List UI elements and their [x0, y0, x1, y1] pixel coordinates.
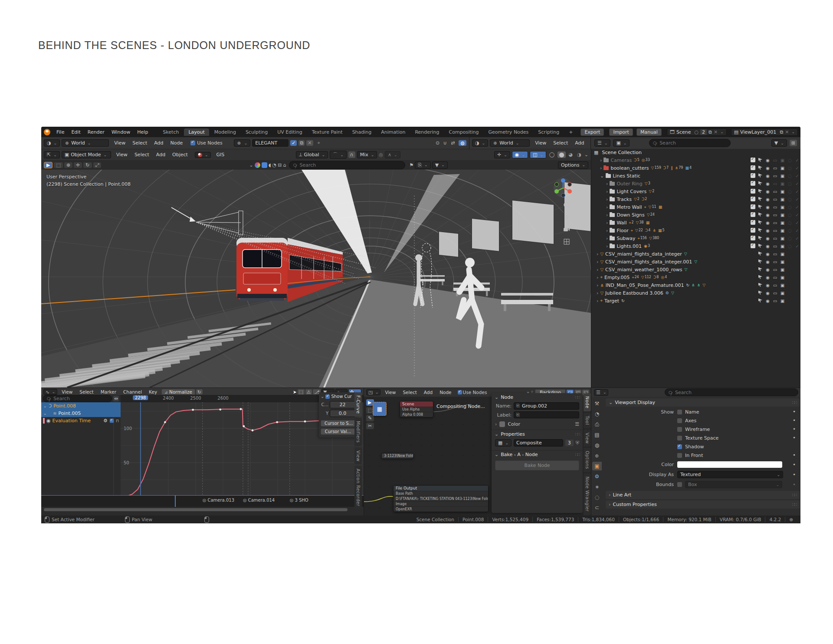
bake-panel-header[interactable]: Bake - A - Node [492, 450, 583, 459]
toggle-hide-render-icon[interactable]: ▣ [779, 158, 786, 163]
vp-icon-2[interactable]: ◔ [272, 162, 277, 168]
toggle-hide-viewport-icon[interactable]: ▭ [771, 174, 779, 178]
toggle-checkbox-icon[interactable] [749, 189, 757, 194]
toggle-holdout-icon[interactable]: ◌ [786, 166, 794, 171]
toggle-hide-eye-icon[interactable]: ◉ [764, 181, 771, 186]
toggle-hide-viewport-icon[interactable]: ▭ [771, 189, 779, 194]
channel-row[interactable]: ◉Evaluation Time⚙⊓ [41, 417, 121, 424]
pan-hand-icon[interactable] [563, 214, 570, 221]
toggle-hide-render-icon[interactable]: ▣ [779, 236, 786, 241]
toggle-selectable-icon[interactable] [757, 189, 764, 194]
toggle-hide-render-icon[interactable]: ▣ [779, 174, 786, 178]
camera-marker[interactable]: ◎Camera.014 [243, 498, 275, 503]
shader-menu-view[interactable]: View [531, 140, 550, 146]
toggle-hide-render-icon[interactable]: ▣ [779, 275, 786, 280]
toggle-hide-eye-icon[interactable]: ◉ [764, 174, 771, 178]
toggle-hide-render-icon[interactable]: ▣ [779, 291, 786, 296]
scene-user-count[interactable]: 2 [700, 129, 707, 135]
composite-image-dropdown[interactable]: ▦ [495, 439, 512, 447]
mode-dropdown[interactable]: ▣Object Mode [62, 151, 111, 158]
unlink-icon[interactable]: ✕ [306, 140, 313, 146]
lock-icon[interactable]: ⊓ [116, 419, 119, 423]
toggle-hide-eye-icon[interactable]: ◉ [764, 189, 771, 194]
expand-channels-icon[interactable]: ⇔ [113, 396, 119, 401]
node-color-swatch[interactable] [499, 421, 505, 427]
toggle-checkbox-icon[interactable] [749, 212, 757, 218]
toggle-hide-eye-icon[interactable]: ◉ [764, 299, 771, 303]
graph-tab-action-recorder[interactable]: Action Recorder [354, 466, 362, 509]
toggle-checkbox-icon[interactable] [749, 181, 757, 187]
cursor-x-field[interactable]: 22 [330, 401, 355, 408]
properties-tab-tool[interactable]: ⚒ [592, 399, 602, 408]
toggle-hide-viewport-icon[interactable]: ▭ [771, 244, 779, 249]
channel-row[interactable]: ƆPoint.008 [41, 402, 121, 410]
expand-icon[interactable] [43, 411, 47, 416]
properties-tab-modifiers[interactable]: ⚙ [592, 472, 602, 481]
properties-tab-render[interactable]: ◔ [592, 410, 602, 418]
composite-name-field[interactable]: Composite [514, 439, 563, 447]
use-nodes-checkbox[interactable] [190, 141, 195, 145]
tool-cursor-icon[interactable]: ⊕ [64, 162, 72, 168]
export-button[interactable]: Export [580, 128, 604, 136]
toggle-hide-render-icon[interactable]: ▣ [779, 283, 786, 288]
toggle-checkbox-icon[interactable] [749, 204, 757, 210]
toggle-hide-eye-icon[interactable]: ◉ [764, 205, 771, 210]
magnet-icon[interactable]: ∩ [348, 151, 355, 158]
outliner-row[interactable]: Floor⌖▽22Ɔ4⋔▦5◉▭▣◌✓ [591, 227, 800, 234]
animate-dot-icon[interactable]: • [793, 426, 796, 432]
channel-search[interactable] [43, 395, 112, 402]
ortho-grid-icon[interactable] [563, 238, 570, 245]
proportional-edit-icon[interactable]: ◎ [379, 152, 383, 158]
viewport-3d-scene[interactable] [41, 170, 591, 388]
toggle-indirect-icon[interactable]: ✓ [794, 213, 800, 217]
toggle-hide-eye-icon[interactable]: ◉ [764, 291, 771, 296]
expand-icon[interactable] [606, 197, 608, 202]
properties-search-input[interactable] [674, 389, 794, 396]
viewport-display-panel-header[interactable]: Viewport Display [606, 398, 800, 407]
toggle-checkbox-icon[interactable] [749, 228, 757, 233]
toggle-indirect-icon[interactable]: ✓ [794, 189, 800, 194]
toggle-hide-eye-icon[interactable]: ◉ [764, 283, 771, 288]
outliner-row[interactable]: CamerasƆ5◎33◉▭▣◌✓ [591, 156, 800, 164]
snapping-dropdown[interactable]: ⌒ [330, 151, 347, 159]
tool-move-icon[interactable]: ✛ [74, 162, 82, 168]
compositor-tab-view[interactable]: View [584, 430, 591, 447]
workspace-tab-scripting[interactable]: Scripting [534, 128, 564, 136]
visibility-eye-icon[interactable]: ◉ [46, 418, 51, 424]
zoom-icon[interactable] [563, 202, 570, 209]
properties-panel-header[interactable]: Properties [492, 430, 583, 438]
menu-file[interactable]: File [53, 129, 68, 135]
editor-type-compositor-icon[interactable]: ◳ [366, 389, 380, 395]
navigation-gizmo[interactable] [553, 177, 574, 198]
shading-dropdown-icon[interactable] [584, 152, 588, 158]
bounds-dropdown[interactable]: Box [685, 481, 782, 488]
toggle-hide-eye-icon[interactable]: ◉ [764, 252, 771, 256]
expand-icon[interactable] [597, 298, 598, 304]
graph-tab-view[interactable]: View [354, 447, 362, 465]
toggle-hide-render-icon[interactable]: ▣ [779, 252, 786, 256]
viewport-menu-view[interactable]: View [113, 152, 131, 158]
toggle-hide-eye-icon[interactable]: ◉ [764, 236, 771, 241]
graph-marker-row[interactable]: ◎Camera.013◎Camera.014◎3 SHO [41, 495, 364, 507]
animate-dot-icon[interactable]: • [793, 435, 796, 441]
properties-tab-object[interactable]: ▣ [592, 462, 602, 470]
toggle-indirect-icon[interactable]: ✓ [794, 220, 800, 225]
compositor-menu-view[interactable]: View [381, 390, 399, 395]
toggle-hide-render-icon[interactable]: ▣ [779, 244, 786, 249]
world-browse-dropdown[interactable]: 🜨 [234, 139, 251, 147]
tool-select-box-icon[interactable]: ⬚ [54, 162, 62, 168]
panel-custom-properties[interactable]: Custom Properties [606, 500, 800, 509]
viewport-menu-select[interactable]: Select [131, 152, 153, 158]
fake-user-shield-icon[interactable]: ⛨ [576, 440, 579, 446]
toggle-hide-viewport-icon[interactable]: ▭ [771, 291, 779, 296]
cursor-y-field[interactable]: 0.0 [330, 410, 355, 417]
outliner-row[interactable]: Wall⌖2▽38▦◉▭▣◌✓ [591, 219, 800, 227]
toggle-hide-viewport-icon[interactable]: ▭ [771, 158, 779, 163]
toggle-hide-render-icon[interactable]: ▣ [779, 267, 786, 272]
toggle-indirect-icon[interactable]: ✓ [794, 244, 800, 249]
toggle-hide-render-icon[interactable]: ▣ [779, 260, 786, 264]
expand-icon[interactable] [597, 267, 598, 273]
toggle-indirect-icon[interactable]: ✓ [794, 181, 800, 186]
camera-marker[interactable]: ◎3 SHO [290, 498, 308, 503]
editor-type-viewport-icon[interactable]: ⇱ [44, 151, 60, 158]
